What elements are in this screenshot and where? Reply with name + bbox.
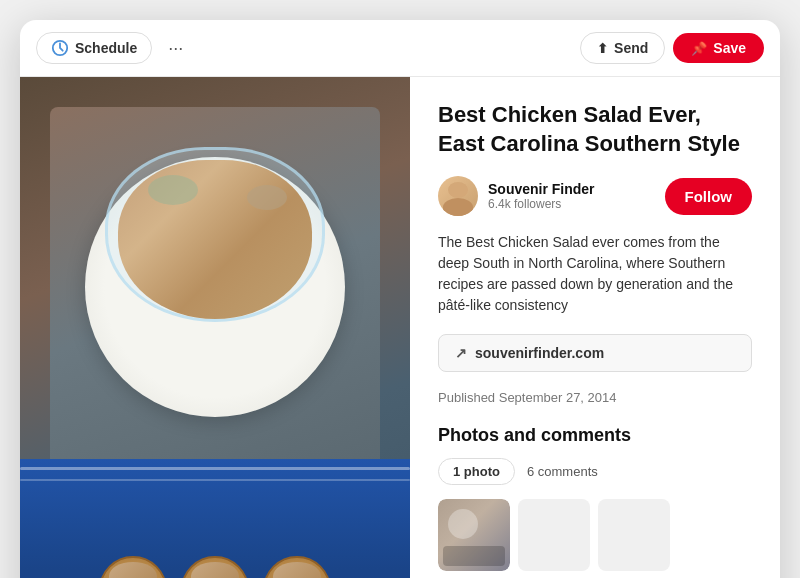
- thumbnail-1[interactable]: [438, 499, 510, 571]
- top-bar-left: Schedule ···: [36, 32, 191, 64]
- top-bar: Schedule ··· ⬆ Send 📌 Save: [20, 20, 780, 77]
- more-label: ···: [168, 38, 183, 58]
- source-link[interactable]: ↗ souvenirfinder.com: [438, 334, 752, 372]
- image-panel: [20, 77, 410, 578]
- bowl-fill: [118, 160, 312, 319]
- top-bar-right: ⬆ Send 📌 Save: [580, 32, 764, 64]
- content-area: Best Chicken Salad Ever, East Carolina S…: [20, 77, 780, 578]
- pin-icon: 📌: [691, 41, 707, 56]
- food-image: [20, 77, 410, 578]
- author-name: Souvenir Finder: [488, 181, 595, 197]
- author-info: Souvenir Finder 6.4k followers: [438, 176, 595, 216]
- bowl-outer: [105, 147, 325, 322]
- photo-thumbnails: [438, 499, 752, 571]
- save-label: Save: [713, 40, 746, 56]
- schedule-icon: [51, 39, 69, 57]
- tab-photo[interactable]: 1 photo: [438, 458, 515, 485]
- more-button[interactable]: ···: [160, 34, 191, 63]
- send-icon: ⬆: [597, 41, 608, 56]
- author-row: Souvenir Finder 6.4k followers Follow: [438, 176, 752, 216]
- thumbnail-3: [598, 499, 670, 571]
- cracker-1: [99, 556, 167, 578]
- pin-description: The Best Chicken Salad ever comes from t…: [438, 232, 752, 316]
- thumbnail-2: [518, 499, 590, 571]
- info-panel: Best Chicken Salad Ever, East Carolina S…: [410, 77, 780, 578]
- link-icon: ↗: [455, 345, 467, 361]
- avatar[interactable]: [438, 176, 478, 216]
- schedule-button[interactable]: Schedule: [36, 32, 152, 64]
- photos-tabs: 1 photo 6 comments: [438, 458, 752, 485]
- modal-container: Schedule ··· ⬆ Send 📌 Save: [20, 20, 780, 578]
- schedule-label: Schedule: [75, 40, 137, 56]
- tab-comments[interactable]: 6 comments: [527, 464, 598, 479]
- pin-title: Best Chicken Salad Ever, East Carolina S…: [438, 101, 752, 158]
- author-followers: 6.4k followers: [488, 197, 595, 211]
- link-text: souvenirfinder.com: [475, 345, 604, 361]
- cracker-2: [181, 556, 249, 578]
- author-details: Souvenir Finder 6.4k followers: [488, 181, 595, 211]
- crackers-row: [85, 556, 345, 578]
- published-date: Published September 27, 2014: [438, 390, 752, 405]
- cracker-3: [263, 556, 331, 578]
- section-photos-title: Photos and comments: [438, 425, 752, 446]
- send-label: Send: [614, 40, 648, 56]
- send-button[interactable]: ⬆ Send: [580, 32, 665, 64]
- follow-button[interactable]: Follow: [665, 178, 753, 215]
- save-button[interactable]: 📌 Save: [673, 33, 764, 63]
